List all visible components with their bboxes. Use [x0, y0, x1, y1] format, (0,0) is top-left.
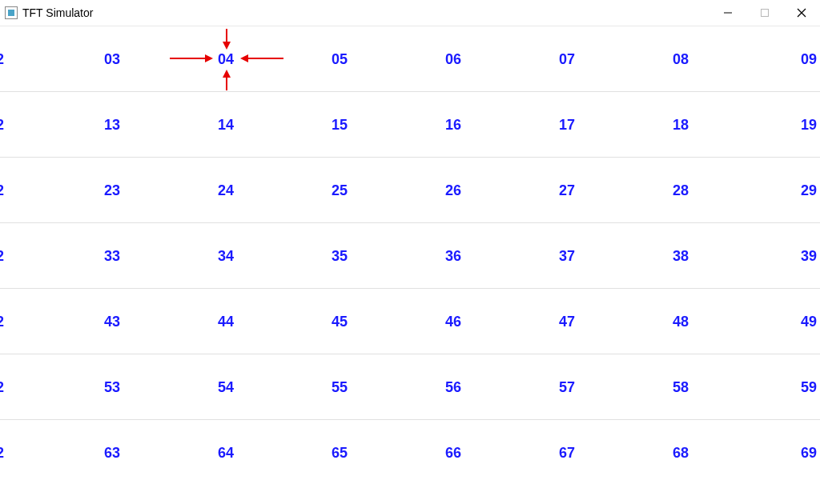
grid-cell[interactable]: 66 — [405, 420, 501, 486]
close-button[interactable] — [783, 0, 820, 26]
grid-cell[interactable]: 05 — [291, 26, 388, 92]
grid-cell[interactable]: 15 — [291, 92, 388, 158]
app-icon — [5, 6, 18, 19]
grid-cell[interactable]: 09 — [761, 26, 820, 92]
grid-cell[interactable]: 2 — [0, 354, 48, 420]
grid-cell[interactable]: 29 — [761, 158, 820, 223]
grid-container: 2030405060708092131415161718192232425262… — [0, 26, 820, 486]
grid-cell[interactable]: 38 — [633, 223, 729, 289]
grid-cell[interactable]: 2 — [0, 26, 48, 92]
grid-cell[interactable]: 69 — [761, 420, 820, 486]
grid-cell[interactable]: 34 — [178, 223, 274, 289]
grid-cell[interactable]: 2 — [0, 223, 48, 289]
grid-cell[interactable]: 68 — [633, 420, 729, 486]
svg-marker-11 — [240, 54, 248, 62]
grid-cell[interactable]: 19 — [761, 92, 820, 158]
grid-cell[interactable]: 27 — [519, 158, 615, 223]
minimize-button[interactable] — [709, 0, 746, 26]
grid-cell[interactable]: 46 — [405, 289, 501, 354]
grid-cell[interactable]: 63 — [64, 420, 160, 486]
grid-cell[interactable]: 55 — [291, 354, 388, 420]
grid-cell[interactable]: 54 — [178, 354, 274, 420]
grid-cell[interactable]: 53 — [64, 354, 160, 420]
grid-cell[interactable]: 18 — [633, 92, 729, 158]
grid-cell[interactable]: 03 — [64, 26, 160, 92]
grid-cell[interactable]: 2 — [0, 92, 48, 158]
grid-cell[interactable]: 36 — [405, 223, 501, 289]
grid-cell[interactable]: 07 — [519, 26, 615, 92]
grid-cell[interactable]: 23 — [64, 158, 160, 223]
maximize-button[interactable] — [746, 0, 783, 26]
grid-cell[interactable]: 49 — [761, 289, 820, 354]
window-title: TFT Simulator — [22, 6, 93, 19]
grid-cell[interactable]: 58 — [633, 354, 729, 420]
grid-cell[interactable]: 08 — [633, 26, 729, 92]
grid-cell[interactable]: 25 — [291, 158, 388, 223]
grid-cell[interactable]: 44 — [178, 289, 274, 354]
grid-cell[interactable]: 67 — [519, 420, 615, 486]
grid-row: 223242526272829 — [0, 158, 820, 223]
svg-rect-1 — [762, 10, 769, 17]
grid-cell[interactable]: 56 — [405, 354, 501, 420]
annotation-arrow-right — [240, 53, 283, 67]
window-titlebar: TFT Simulator — [0, 0, 820, 26]
grid-row: 253545556575859 — [0, 354, 820, 420]
grid-cell[interactable]: 26 — [405, 158, 501, 223]
svg-marker-7 — [223, 70, 231, 78]
grid-cell[interactable]: 37 — [519, 223, 615, 289]
grid-cell[interactable]: 35 — [291, 223, 388, 289]
grid-cell[interactable]: 24 — [178, 158, 274, 223]
window-controls — [709, 0, 820, 26]
grid-cell[interactable]: 2 — [0, 289, 48, 354]
grid-cell[interactable]: 45 — [291, 289, 388, 354]
grid-row: 263646566676869 — [0, 420, 820, 486]
grid-cell[interactable]: 39 — [761, 223, 820, 289]
grid-cell[interactable]: 48 — [633, 289, 729, 354]
grid-cell[interactable]: 14 — [178, 92, 274, 158]
grid-row: 213141516171819 — [0, 92, 820, 158]
grid-cell[interactable]: 59 — [761, 354, 820, 420]
grid-cell[interactable]: 33 — [64, 223, 160, 289]
svg-marker-9 — [205, 54, 213, 62]
grid-cell[interactable]: 47 — [519, 289, 615, 354]
grid-cell[interactable]: 64 — [178, 420, 274, 486]
grid-cell[interactable]: 43 — [64, 289, 160, 354]
annotation-arrow-top — [221, 29, 232, 53]
grid-cell[interactable]: 06 — [405, 26, 501, 92]
grid-cell[interactable]: 17 — [519, 92, 615, 158]
grid-row: 233343536373839 — [0, 223, 820, 289]
grid-cell[interactable]: 16 — [405, 92, 501, 158]
grid-row: 203040506070809 — [0, 26, 820, 92]
grid-cell[interactable]: 13 — [64, 92, 160, 158]
grid-cell[interactable]: 65 — [291, 420, 388, 486]
grid-cell[interactable]: 2 — [0, 420, 48, 486]
grid-row: 243444546474849 — [0, 289, 820, 354]
grid-cell[interactable]: 57 — [519, 354, 615, 420]
titlebar-left: TFT Simulator — [0, 6, 93, 19]
svg-marker-5 — [223, 42, 231, 50]
grid-cell[interactable]: 2 — [0, 158, 48, 223]
annotation-arrow-left — [170, 53, 213, 67]
grid-cell[interactable]: 28 — [633, 158, 729, 223]
annotation-arrow-bottom — [221, 70, 232, 94]
